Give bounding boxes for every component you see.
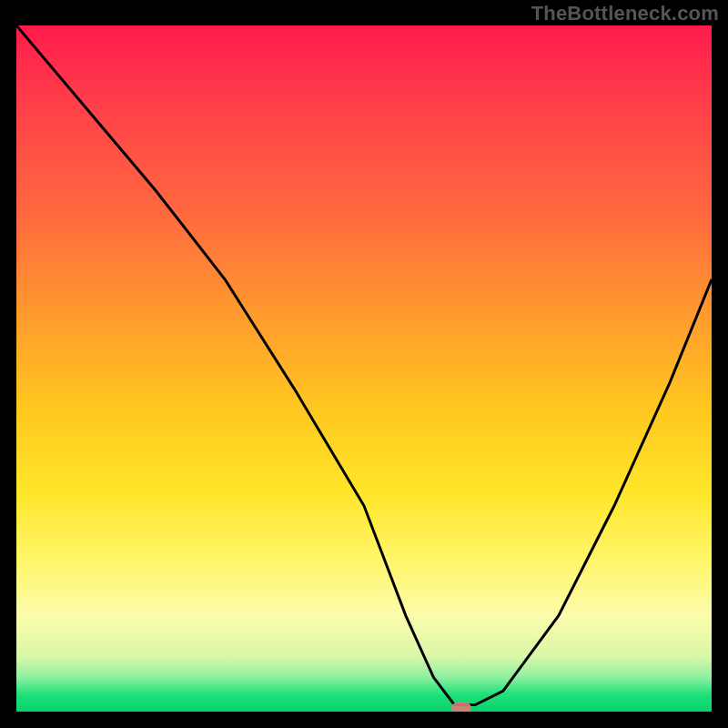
optimal-point-marker xyxy=(451,703,471,712)
chart-frame: TheBottleneck.com xyxy=(0,0,728,728)
bottleneck-curve xyxy=(16,25,712,712)
watermark-text: TheBottleneck.com xyxy=(531,2,719,25)
curve-path xyxy=(16,25,712,705)
plot-area xyxy=(16,25,712,712)
